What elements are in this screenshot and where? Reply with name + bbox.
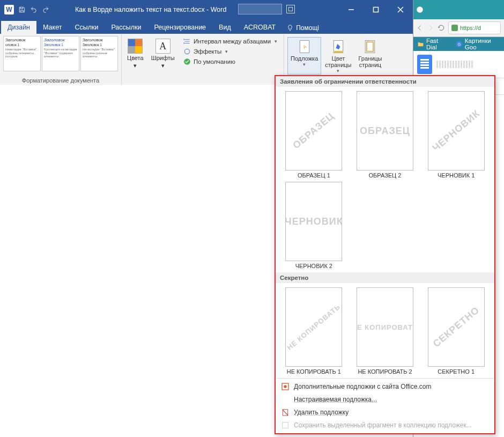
watermark-preview: ОБРАЗЕЦ xyxy=(285,91,342,171)
bulb-icon xyxy=(286,24,294,32)
firefox-icon xyxy=(416,6,424,13)
paragraph-spacing-button[interactable]: Интервал между абзацами▾ xyxy=(182,37,280,46)
watermark-sample-1[interactable]: ОБРАЗЕЦ ОБРАЗЕЦ 1 xyxy=(281,91,347,179)
svg-point-7 xyxy=(184,49,189,54)
save-gallery-icon xyxy=(281,421,290,429)
ribbon-tabs: Дизайн Макет Ссылки Рассылки Рецензирова… xyxy=(0,19,413,34)
watermark-nocopy-1[interactable]: НЕ КОПИРОВАТЬ НЕ КОПИРОВАТЬ 1 xyxy=(281,287,347,375)
lock-icon xyxy=(451,25,458,31)
gdocs-icon xyxy=(417,55,432,74)
tab-mailings[interactable]: Рассылки xyxy=(105,21,147,34)
watermark-secret-1[interactable]: СЕКРЕТНО СЕКРЕТНО 1 xyxy=(423,287,489,375)
watermark-caption: ЧЕРНОВИК 2 xyxy=(295,263,332,269)
tab-links[interactable]: Ссылки xyxy=(68,21,105,34)
spacing-icon xyxy=(183,38,191,45)
back-icon[interactable] xyxy=(416,24,424,32)
undo-icon[interactable] xyxy=(30,6,38,13)
quick-access: W xyxy=(0,5,49,14)
delete-icon xyxy=(281,408,290,417)
watermark-caption: НЕ КОПИРОВАТЬ 1 xyxy=(287,368,341,375)
chevron-down-icon: ▾ xyxy=(134,62,137,69)
save-selection-to-gallery: Сохранить выделенный фрагмент в коллекци… xyxy=(276,419,494,432)
forward-icon[interactable] xyxy=(427,24,434,32)
blank-icon xyxy=(281,395,290,404)
watermark-caption: СЕКРЕТНО 1 xyxy=(438,368,475,375)
watermark-preview: СЕКРЕТНО xyxy=(428,287,485,367)
more-watermarks-office[interactable]: Дополнительные подложки с сайта Office.c… xyxy=(276,380,494,393)
word-icon: W xyxy=(4,5,14,14)
remove-watermark[interactable]: Удалить подложку xyxy=(276,406,494,419)
watermark-caption: ЧЕРНОВИК 1 xyxy=(438,172,475,179)
theme-thumb[interactable]: Заголовок Заголовок 1 На вкладке "Вставк… xyxy=(80,36,118,71)
save-icon[interactable] xyxy=(18,6,26,13)
account-name[interactable] xyxy=(238,4,282,14)
watermark-preview: НЕ КОПИРОВАТЬ xyxy=(357,287,413,367)
chevron-down-icon: ▾ xyxy=(303,62,306,68)
tab-view[interactable]: Вид xyxy=(212,21,238,34)
watermark-preview: ОБРАЗЕЦ xyxy=(357,91,413,171)
tab-review[interactable]: Рецензирование xyxy=(148,21,213,34)
chevron-down-icon: ▾ xyxy=(337,69,339,74)
svg-rect-12 xyxy=(333,51,343,53)
url-text: https://d xyxy=(460,25,481,31)
chevron-down-icon: ▾ xyxy=(225,49,228,54)
tab-design[interactable]: Дизайн xyxy=(1,21,36,34)
page-color-button[interactable]: Цвет страницы▾ xyxy=(322,37,354,75)
watermark-icon: A xyxy=(297,39,312,54)
watermark-draft-2[interactable]: ЧЕРНОВИК ЧЕРНОВИК 2 xyxy=(281,182,347,269)
effects-button[interactable]: Эффекты▾ xyxy=(182,47,280,56)
set-default-button[interactable]: По умолчанию xyxy=(182,57,280,66)
address-bar[interactable]: https://d xyxy=(448,21,501,34)
watermark-nocopy-2[interactable]: НЕ КОПИРОВАТЬ НЕ КОПИРОВАТЬ 2 xyxy=(352,287,418,375)
group-doc-format: Заголовок оловок 1 Навкладке "Вставка" с… xyxy=(0,34,122,85)
gallery-section-header: Секретно xyxy=(276,272,494,283)
colors-button[interactable]: Цвета ▾ xyxy=(125,37,146,71)
browser-toolbar: https://d xyxy=(413,19,504,37)
office-icon xyxy=(281,382,290,391)
titlebar: W Как в Ворде наложить текст на текст.do… xyxy=(0,0,413,19)
browser-nav xyxy=(416,24,445,32)
watermark-sample-2[interactable]: ОБРАЗЕЦ ОБРАЗЕЦ 2 xyxy=(352,91,418,179)
page-color-icon xyxy=(331,39,346,54)
group-paragraph-spacing: Интервал между абзацами▾ Эффекты▾ По умо… xyxy=(179,34,284,85)
gallery-section-header: Заявления об ограничении ответственности xyxy=(276,76,494,87)
group-label: Форматирование документа xyxy=(0,77,121,84)
account-area xyxy=(238,4,295,14)
gallery-footer: Дополнительные подложки с сайта Office.c… xyxy=(276,378,494,433)
theme-thumb[interactable]: Заголовок Заголовок 1 Коллекция на вклад… xyxy=(42,36,79,71)
watermark-draft-1[interactable]: ЧЕРНОВИК ЧЕРНОВИК 1 xyxy=(423,91,489,179)
fonts-icon: A xyxy=(155,39,171,54)
chevron-down-icon: ▾ xyxy=(161,62,165,69)
gdocs-doc-title xyxy=(436,61,474,68)
themes-gallery[interactable]: Заголовок оловок 1 Навкладке "Вставка" с… xyxy=(3,36,118,71)
minimize-button[interactable] xyxy=(339,0,364,19)
svg-point-0 xyxy=(417,6,423,13)
gdocs-header xyxy=(413,51,504,78)
google-icon: G xyxy=(456,41,463,48)
watermark-caption: НЕ КОПИРОВАТЬ 2 xyxy=(358,368,412,375)
watermark-button[interactable]: A Подложка ▾ xyxy=(287,37,321,75)
browser-titlebar xyxy=(413,0,504,19)
fonts-button[interactable]: A Шрифты ▾ xyxy=(149,37,177,71)
tell-me[interactable]: Помощі xyxy=(282,22,323,34)
custom-watermark[interactable]: Настраиваемая подложка... xyxy=(276,393,494,406)
window-controls xyxy=(339,0,413,19)
reload-icon[interactable] xyxy=(438,24,445,32)
page-borders-button[interactable]: Границы страниц xyxy=(355,37,385,75)
chevron-down-icon: ▾ xyxy=(275,39,277,44)
gallery-grid: ОБРАЗЕЦ ОБРАЗЕЦ 1 ОБРАЗЕЦ ОБРАЗЕЦ 2 ЧЕРН… xyxy=(276,87,494,182)
maximize-button[interactable] xyxy=(364,0,388,19)
redo-icon[interactable] xyxy=(42,6,49,13)
svg-text:G: G xyxy=(458,42,461,46)
bookmark-fastdial[interactable]: Fast Dial xyxy=(417,38,450,50)
bookmark-google-images[interactable]: G Картинки Goo xyxy=(456,38,504,50)
tab-layout[interactable]: Макет xyxy=(36,21,68,34)
watermark-preview: НЕ КОПИРОВАТЬ xyxy=(285,287,342,367)
check-icon xyxy=(183,58,191,65)
close-button[interactable] xyxy=(388,0,413,19)
folder-icon xyxy=(417,41,424,48)
theme-thumb[interactable]: Заголовок оловок 1 Навкладке "Вставка" с… xyxy=(3,36,41,71)
tab-acrobat[interactable]: ACROBAT xyxy=(238,21,283,34)
ribbon-display-icon[interactable] xyxy=(286,5,295,13)
gallery-grid: НЕ КОПИРОВАТЬ НЕ КОПИРОВАТЬ 1 НЕ КОПИРОВ… xyxy=(276,283,494,378)
